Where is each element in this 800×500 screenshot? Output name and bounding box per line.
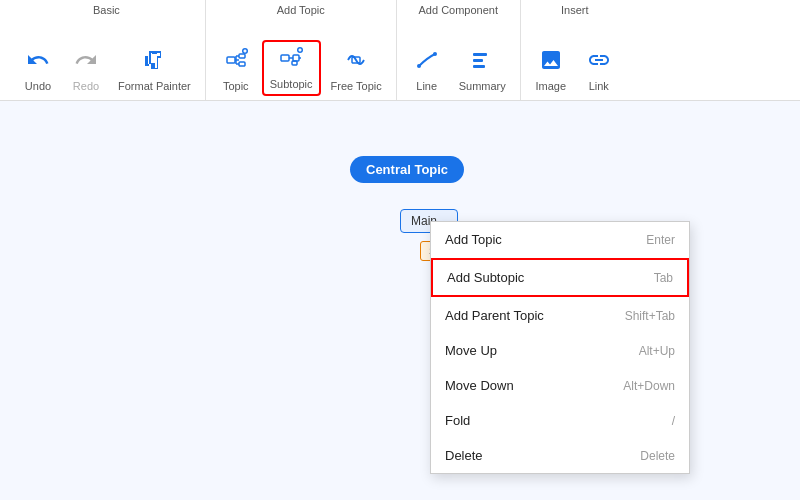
link-label: Link bbox=[589, 80, 609, 92]
context-menu-move-down-shortcut: Alt+Down bbox=[623, 379, 675, 393]
context-menu-move-up-label: Move Up bbox=[445, 343, 497, 358]
context-menu-add-subtopic[interactable]: Add Subtopic Tab bbox=[431, 258, 689, 297]
image-label: Image bbox=[535, 80, 566, 92]
add-topic-items: Topic Subtopic bbox=[214, 24, 388, 96]
toolbar: Basic Undo Redo Format Paint bbox=[0, 0, 800, 101]
image-icon bbox=[539, 48, 563, 76]
basic-items: Undo Redo Format Painter bbox=[16, 24, 197, 96]
format-painter-icon bbox=[142, 48, 166, 76]
canvas: Central Topic Main... Subt... Add Topic … bbox=[0, 101, 800, 500]
toolbar-group-add-component: Add Component Line bbox=[397, 0, 521, 100]
line-label: Line bbox=[416, 80, 437, 92]
insert-items: Image Link bbox=[529, 24, 621, 96]
context-menu-move-down-label: Move Down bbox=[445, 378, 514, 393]
redo-button[interactable]: Redo bbox=[64, 44, 108, 96]
group-label-add-component: Add Component bbox=[405, 4, 512, 20]
context-menu-add-subtopic-label: Add Subtopic bbox=[447, 270, 524, 285]
toolbar-group-insert: Insert Image Link bbox=[521, 0, 629, 100]
context-menu-fold[interactable]: Fold / bbox=[431, 403, 689, 438]
free-topic-label: Free Topic bbox=[331, 80, 382, 92]
svg-point-20 bbox=[417, 64, 421, 68]
context-menu-add-topic-shortcut: Enter bbox=[646, 233, 675, 247]
summary-icon bbox=[470, 48, 494, 76]
image-button[interactable]: Image bbox=[529, 44, 573, 96]
add-component-items: Line Summary bbox=[405, 24, 512, 96]
toolbar-group-basic: Basic Undo Redo Format Paint bbox=[8, 0, 206, 100]
free-topic-icon bbox=[344, 48, 368, 76]
context-menu-delete-label: Delete bbox=[445, 448, 483, 463]
undo-icon bbox=[26, 48, 50, 76]
svg-rect-24 bbox=[473, 65, 485, 68]
svg-rect-23 bbox=[473, 59, 483, 62]
line-icon bbox=[415, 48, 439, 76]
svg-rect-13 bbox=[293, 55, 299, 61]
format-painter-label: Format Painter bbox=[118, 80, 191, 92]
subtopic-button[interactable]: Subtopic bbox=[262, 40, 321, 96]
context-menu-add-parent-topic-shortcut: Shift+Tab bbox=[625, 309, 675, 323]
context-menu-add-subtopic-shortcut: Tab bbox=[654, 271, 673, 285]
format-painter-button[interactable]: Format Painter bbox=[112, 44, 197, 96]
svg-rect-0 bbox=[145, 56, 148, 64]
toolbar-group-add-topic: Add Topic Topic bbox=[206, 0, 397, 100]
context-menu-delete[interactable]: Delete Delete bbox=[431, 438, 689, 473]
redo-label: Redo bbox=[73, 80, 99, 92]
topic-icon bbox=[224, 48, 248, 76]
group-label-add-topic: Add Topic bbox=[214, 4, 388, 20]
svg-point-21 bbox=[433, 52, 437, 56]
central-topic-node[interactable]: Central Topic bbox=[350, 156, 464, 183]
svg-rect-3 bbox=[239, 54, 245, 58]
context-menu-move-up-shortcut: Alt+Up bbox=[639, 344, 675, 358]
group-label-basic: Basic bbox=[16, 4, 197, 20]
context-menu-move-down[interactable]: Move Down Alt+Down bbox=[431, 368, 689, 403]
context-menu-fold-shortcut: / bbox=[672, 414, 675, 428]
svg-rect-15 bbox=[292, 61, 297, 65]
summary-button[interactable]: Summary bbox=[453, 44, 512, 96]
link-icon bbox=[587, 48, 611, 76]
subtopic-icon bbox=[279, 46, 303, 74]
svg-rect-22 bbox=[473, 53, 487, 56]
summary-label: Summary bbox=[459, 80, 506, 92]
context-menu-add-parent-topic-label: Add Parent Topic bbox=[445, 308, 544, 323]
context-menu-delete-shortcut: Delete bbox=[640, 449, 675, 463]
undo-label: Undo bbox=[25, 80, 51, 92]
line-button[interactable]: Line bbox=[405, 44, 449, 96]
free-topic-button[interactable]: Free Topic bbox=[325, 44, 388, 96]
undo-button[interactable]: Undo bbox=[16, 44, 60, 96]
topic-button[interactable]: Topic bbox=[214, 44, 258, 96]
svg-rect-1 bbox=[227, 57, 235, 63]
group-label-insert: Insert bbox=[529, 4, 621, 20]
subtopic-label: Subtopic bbox=[270, 78, 313, 90]
link-button[interactable]: Link bbox=[577, 44, 621, 96]
context-menu-add-topic[interactable]: Add Topic Enter bbox=[431, 222, 689, 257]
redo-icon bbox=[74, 48, 98, 76]
context-menu: Add Topic Enter Add Subtopic Tab Add Par… bbox=[430, 221, 690, 474]
svg-rect-11 bbox=[281, 55, 289, 61]
svg-rect-4 bbox=[239, 62, 245, 66]
context-menu-add-parent-topic[interactable]: Add Parent Topic Shift+Tab bbox=[431, 298, 689, 333]
context-menu-fold-label: Fold bbox=[445, 413, 470, 428]
context-menu-move-up[interactable]: Move Up Alt+Up bbox=[431, 333, 689, 368]
topic-label: Topic bbox=[223, 80, 249, 92]
context-menu-add-topic-label: Add Topic bbox=[445, 232, 502, 247]
